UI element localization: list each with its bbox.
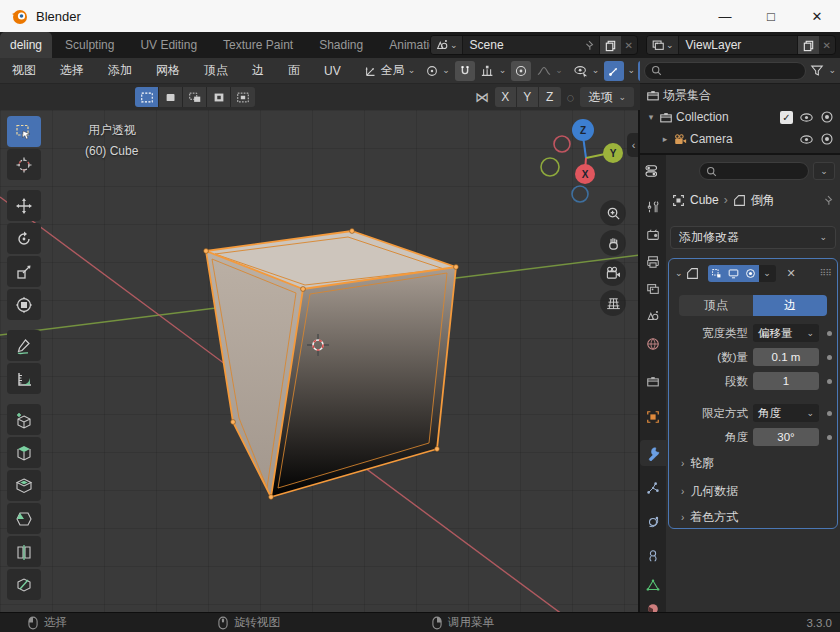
workspace-tab-modeling[interactable]: deling (0, 32, 52, 58)
axis-z-ball[interactable]: Z (572, 119, 594, 141)
properties-search-input[interactable] (699, 162, 809, 180)
workspace-tab-sculpting[interactable]: Sculpting (52, 32, 127, 58)
menu-edge[interactable]: 边 (240, 62, 276, 79)
transform-orientation-dropdown[interactable]: 全局 ⌄ (359, 62, 421, 79)
workspace-tab-uv-editing[interactable]: UV Editing (127, 32, 210, 58)
knife-tool[interactable] (7, 569, 41, 600)
chevron-down-icon[interactable]: ⌄ (627, 66, 635, 75)
minimize-button[interactable]: — (702, 0, 748, 32)
collection-checkbox[interactable]: ✓ (780, 111, 793, 124)
tab-particles[interactable] (640, 475, 666, 501)
editor-type-selector[interactable] (640, 158, 666, 184)
tab-world[interactable] (640, 331, 666, 357)
animate-dot[interactable] (827, 355, 832, 360)
cube-object[interactable] (204, 229, 459, 500)
tab-object[interactable] (640, 404, 666, 430)
tab-physics[interactable] (640, 509, 666, 535)
pivot-point-dropdown[interactable]: ⌄ (420, 64, 455, 78)
tab-output[interactable] (640, 249, 666, 275)
outliner-row-camera[interactable]: ▸ Camera (640, 128, 840, 150)
snap-toggle[interactable] (455, 61, 475, 81)
proportional-falloff-dropdown[interactable]: ⌄ (531, 64, 568, 78)
tab-collection[interactable] (640, 368, 666, 394)
menu-face[interactable]: 面 (276, 62, 312, 79)
section-geometry[interactable]: › 几何数据 (681, 483, 738, 500)
chevron-down-icon[interactable]: ⌄ (828, 66, 836, 75)
width-type-dropdown[interactable]: 偏移量 ⌄ (753, 324, 819, 342)
animate-dot[interactable] (827, 331, 832, 336)
select-mode-extend[interactable] (159, 87, 183, 107)
measure-tool[interactable] (7, 363, 41, 394)
tab-constraints[interactable] (640, 543, 666, 569)
rotate-tool[interactable] (7, 223, 41, 254)
filter-icon[interactable] (810, 64, 824, 77)
render-visibility-icon[interactable] (820, 111, 834, 123)
mirror-x-button[interactable]: X (495, 87, 517, 107)
render-visibility-icon[interactable] (820, 133, 834, 145)
camera-view-button[interactable] (600, 260, 626, 286)
tab-tool[interactable] (640, 194, 666, 220)
select-mode-invert[interactable] (207, 87, 231, 107)
display-realtime-toggle[interactable] (725, 265, 742, 282)
axis-neg-y-ball[interactable] (541, 158, 559, 176)
display-edit-mode-toggle[interactable] (708, 265, 725, 282)
maximize-button[interactable]: □ (748, 0, 794, 32)
snap-with-dropdown[interactable]: ⌄ (475, 64, 512, 78)
outliner-search-input[interactable] (644, 62, 806, 80)
new-scene-button[interactable] (599, 36, 621, 54)
tab-edges[interactable]: 边 (753, 295, 827, 316)
properties-options-button[interactable]: ⌄ (813, 162, 835, 180)
menu-add[interactable]: 添加 (96, 62, 144, 79)
move-tool[interactable] (7, 190, 41, 221)
outliner-row-collection[interactable]: ▾ Collection ✓ (640, 106, 840, 128)
orthographic-toggle-button[interactable] (600, 290, 626, 316)
section-shading[interactable]: › 着色方式 (681, 509, 738, 526)
proportional-editing-toggle[interactable] (511, 61, 531, 81)
tab-scene[interactable] (640, 303, 666, 329)
transform-tool[interactable] (7, 289, 41, 320)
workspace-tab-shading[interactable]: Shading (306, 32, 376, 58)
display-render-toggle[interactable] (742, 265, 759, 282)
unlink-scene-button[interactable]: ✕ (621, 36, 637, 54)
axis-neg-z-ball[interactable] (572, 186, 588, 202)
breadcrumb-modifier[interactable]: 倒角 (751, 192, 775, 209)
remove-viewlayer-button[interactable]: ✕ (819, 36, 835, 54)
tab-view-layer[interactable] (640, 276, 666, 302)
menu-view[interactable]: 视图 (0, 62, 48, 79)
disclosure-open-icon[interactable]: ▾ (646, 112, 656, 122)
modifier-delete-button[interactable]: ✕ (787, 267, 796, 280)
menu-uv[interactable]: UV (312, 64, 353, 78)
zoom-button[interactable] (600, 200, 626, 226)
axis-neg-x-ball[interactable] (554, 136, 570, 152)
menu-mesh[interactable]: 网格 (144, 62, 192, 79)
tab-object-data[interactable] (640, 572, 666, 598)
tab-render[interactable] (640, 222, 666, 248)
animate-dot[interactable] (827, 379, 832, 384)
axis-x-ball[interactable]: X (575, 164, 595, 184)
topology-mirror-icon[interactable]: ◌ (567, 90, 575, 105)
modifier-extras-dropdown[interactable]: ⌄ (759, 265, 776, 282)
angle-field[interactable]: 30° (753, 428, 819, 446)
menu-vertex[interactable]: 顶点 (192, 62, 240, 79)
new-viewlayer-button[interactable] (797, 36, 819, 54)
bevel-tool[interactable] (7, 503, 41, 534)
segments-field[interactable]: 1 (753, 372, 819, 390)
viewlayer-browse-button[interactable]: ⌄ (647, 36, 679, 54)
limit-method-dropdown[interactable]: 角度 ⌄ (753, 404, 819, 422)
scene-browse-button[interactable]: ⌄ (431, 36, 463, 54)
viewlayer-name-field[interactable]: ViewLayer (679, 38, 797, 52)
select-mode-subtract[interactable] (183, 87, 207, 107)
workspace-tab-texture-paint[interactable]: Texture Paint (210, 32, 306, 58)
pin-icon[interactable] (822, 194, 834, 207)
mirror-z-button[interactable]: Z (539, 87, 561, 107)
menu-select[interactable]: 选择 (48, 62, 96, 79)
scene-name-field[interactable]: Scene (463, 38, 579, 52)
select-box-tool[interactable] (7, 116, 41, 147)
drag-handle-icon[interactable]: ⠿⠿ (820, 268, 831, 278)
amount-field[interactable]: 0.1 m (753, 348, 819, 366)
close-button[interactable]: ✕ (794, 0, 840, 32)
tab-material[interactable] (640, 596, 666, 612)
axis-y-ball[interactable]: Y (603, 143, 623, 163)
outliner-row-scene-collection[interactable]: 场景集合 (640, 84, 840, 106)
eye-icon[interactable] (799, 134, 814, 145)
